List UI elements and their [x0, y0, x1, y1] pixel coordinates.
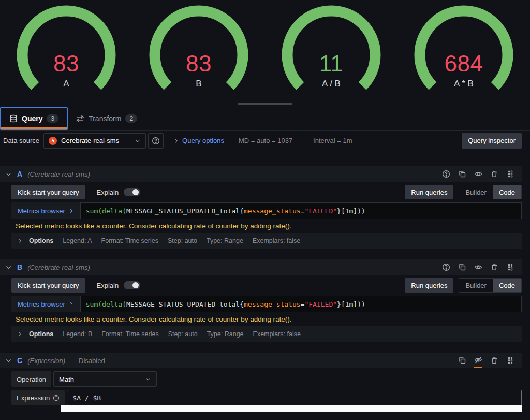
exemplars-stat: Exemplars: false	[253, 330, 301, 338]
code-option[interactable]: Code	[493, 185, 521, 199]
datasource-help-button[interactable]	[148, 133, 164, 149]
query-a-editor: Metrics browser sum(delta(MESSAGE_STATUS…	[11, 202, 522, 219]
type-stat: Type: Range	[207, 237, 243, 244]
query-b-header[interactable]: B (Cerebrate-real-sms)	[0, 259, 522, 275]
copy-icon[interactable]	[458, 263, 466, 271]
datasource-label: Data source	[3, 137, 39, 144]
datasource-picker[interactable]: Cerebrate-real-sms	[43, 133, 146, 149]
promql-input[interactable]: sum(delta(MESSAGE_STATUS_UPDATED_total{m…	[80, 202, 522, 219]
promql-label: message_status	[244, 207, 301, 215]
chevron-down-icon[interactable]	[5, 264, 12, 271]
explain-toggle[interactable]	[124, 281, 140, 289]
explain-toggle[interactable]	[124, 188, 140, 196]
gauge-value: 83	[0, 51, 132, 77]
builder-option[interactable]: Builder	[459, 185, 492, 199]
query-c-header[interactable]: C (Expression) Disabled	[0, 353, 522, 368]
disabled-label: Disabled	[79, 357, 105, 365]
gauge-panels-row: 83 A 83 B 11 A / B 684 A * B	[0, 0, 530, 100]
help-circle-icon[interactable]	[442, 170, 450, 178]
query-ref-id: B	[17, 263, 22, 271]
trash-icon[interactable]	[490, 170, 498, 178]
query-list: A (Cerebrate-real-sms) Kick start your q…	[0, 151, 530, 412]
promql-function: sum(delta(	[86, 207, 126, 215]
drag-handle-icon[interactable]	[506, 170, 514, 178]
gauge-panel-a: 83 A	[0, 0, 132, 100]
drag-handle-icon[interactable]	[506, 356, 514, 365]
metrics-browser-label: Metrics browser	[18, 207, 65, 215]
promql-string: "FAILED"	[304, 300, 337, 308]
gauge-label: A	[0, 79, 132, 89]
drag-handle-icon[interactable]	[506, 263, 514, 271]
kick-start-button[interactable]: Kick start your query	[11, 278, 85, 293]
promql-function: sum(delta(	[86, 300, 126, 308]
prometheus-icon	[49, 137, 57, 145]
gauge-label: A * B	[398, 79, 530, 89]
chevron-right-icon[interactable]	[17, 331, 23, 337]
copy-icon[interactable]	[458, 170, 466, 178]
chevron-down-icon[interactable]	[5, 357, 12, 364]
query-inspector-button[interactable]: Query inspector	[462, 133, 522, 149]
metrics-browser-label: Metrics browser	[18, 300, 65, 308]
trash-icon[interactable]	[490, 356, 498, 365]
gauge-label: A / B	[265, 79, 398, 89]
operation-row: Operation Math	[11, 371, 522, 387]
copy-icon[interactable]	[458, 356, 466, 365]
kick-start-button[interactable]: Kick start your query	[11, 185, 85, 199]
query-type-hint: (Expression)	[27, 357, 65, 365]
query-b-editor: Metrics browser sum(delta(MESSAGE_STATUS…	[11, 296, 522, 312]
code-option[interactable]: Code	[493, 279, 521, 292]
counter-warning-text: Selected metric looks like a counter. Co…	[16, 315, 522, 323]
run-queries-button[interactable]: Run queries	[405, 185, 453, 199]
chevron-right-icon	[68, 208, 74, 214]
tab-query-label: Query	[22, 114, 42, 123]
tab-query[interactable]: Query 3	[0, 107, 68, 130]
promql-metric: MESSAGE_STATUS_UPDATED_total	[126, 300, 240, 308]
query-count-badge: 3	[47, 114, 58, 123]
expression-row: Expression $A / $B	[11, 390, 522, 405]
tab-transform-label: Transform	[89, 114, 121, 123]
tab-transform[interactable]: Transform 2	[68, 107, 145, 130]
panel-resize-strip	[0, 100, 530, 107]
query-a-header[interactable]: A (Cerebrate-real-sms)	[0, 166, 522, 182]
expression-value: $A / $B	[72, 394, 101, 402]
expression-input[interactable]: $A / $B	[67, 390, 522, 405]
interval-text: Interval = 1m	[313, 137, 352, 144]
explain-label: Explain	[97, 189, 119, 196]
database-icon	[9, 114, 18, 123]
eye-icon[interactable]	[474, 263, 482, 271]
query-row-b: B (Cerebrate-real-sms) Kick start your q…	[0, 259, 522, 342]
query-datasource-hint: (Cerebrate-real-sms)	[27, 170, 90, 178]
eye-slash-button[interactable]	[474, 356, 482, 368]
explain-label: Explain	[97, 282, 119, 289]
max-data-points-text: MD = auto = 1037	[239, 137, 292, 144]
query-ref-id: A	[17, 170, 22, 178]
eye-icon[interactable]	[474, 170, 482, 178]
eye-slash-icon	[474, 356, 482, 364]
exemplars-stat: Exemplars: false	[253, 237, 300, 244]
chevron-right-icon[interactable]	[17, 238, 23, 244]
operation-select[interactable]: Math	[53, 371, 157, 387]
panel-resize-handle[interactable]	[238, 103, 292, 105]
run-queries-button[interactable]: Run queries	[405, 278, 453, 293]
metrics-browser-button[interactable]: Metrics browser	[11, 296, 80, 312]
step-stat: Step: auto	[168, 237, 197, 244]
gauge-panel-b: 83 B	[132, 0, 265, 100]
transform-count-badge: 2	[125, 114, 137, 123]
query-b-options-row[interactable]: Options Legend: B Format: Time series St…	[11, 326, 522, 342]
query-options-toggle[interactable]: Query options	[173, 137, 224, 144]
builder-option[interactable]: Builder	[459, 279, 492, 292]
help-circle-icon[interactable]	[442, 263, 450, 271]
gauge-panel-a-times-b: 684 A * B	[398, 0, 530, 100]
operation-label: Operation	[11, 371, 51, 387]
help-circle-icon	[152, 137, 160, 145]
promql-input[interactable]: sum(delta(MESSAGE_STATUS_UPDATED_total{m…	[80, 296, 522, 312]
metrics-browser-button[interactable]: Metrics browser	[11, 202, 80, 219]
chevron-down-icon[interactable]	[5, 171, 12, 178]
step-stat: Step: auto	[168, 330, 198, 338]
trash-icon[interactable]	[490, 263, 498, 271]
builder-code-switch: Builder Code	[459, 278, 522, 293]
promql-label: message_status	[244, 300, 301, 308]
query-row-c: C (Expression) Disabled Operation Math	[0, 353, 522, 412]
promql-metric: MESSAGE_STATUS_UPDATED_total	[126, 207, 240, 215]
query-a-options-row[interactable]: Options Legend: A Format: Time series St…	[11, 233, 522, 249]
